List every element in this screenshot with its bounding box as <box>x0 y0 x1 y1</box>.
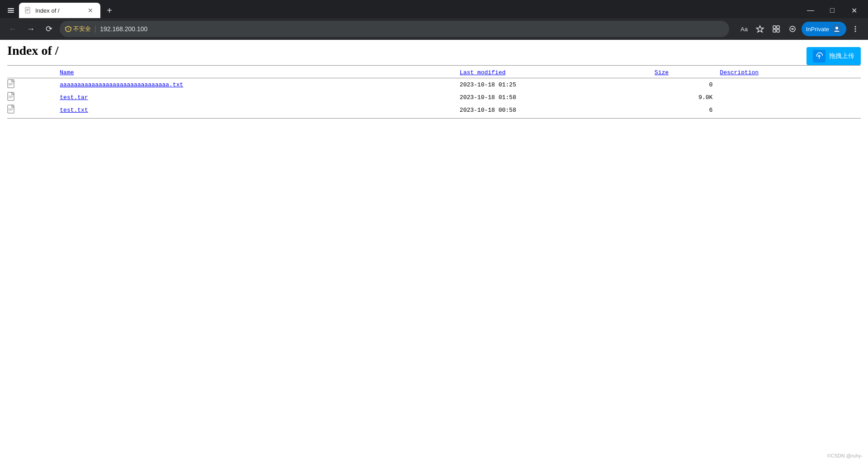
file-desc-cell <box>720 91 861 104</box>
table-row: test.tar2023-10-18 01:589.0K <box>7 91 861 104</box>
window-controls: — □ ✕ <box>800 3 864 18</box>
file-link[interactable]: aaaaaaaaaaaaaaaaaaaaaaaaaaaaaaa.txt <box>60 81 183 88</box>
page-content: Index of / 拖拽上传 Name Last modified Size <box>0 40 868 462</box>
file-size-cell: 6 <box>655 104 720 116</box>
file-desc-cell <box>720 104 861 116</box>
favorites-button[interactable] <box>753 22 767 36</box>
collections-button[interactable] <box>769 22 783 36</box>
tab-bar: Index of / ✕ + — □ ✕ <box>0 0 868 18</box>
sort-by-name-link[interactable]: Name <box>60 69 74 76</box>
svg-rect-0 <box>8 8 14 9</box>
file-icon-cell <box>7 78 60 91</box>
read-aloud-button[interactable]: Aa <box>736 22 751 36</box>
svg-point-18 <box>855 31 856 32</box>
file-name-cell: test.txt <box>60 104 460 116</box>
top-divider <box>7 65 861 66</box>
file-desc-cell <box>720 78 861 91</box>
inprivate-button[interactable]: InPrivate <box>802 22 846 36</box>
table-row: test.txt2023-10-18 00:586 <box>7 104 861 116</box>
svg-text:Aa: Aa <box>741 26 748 33</box>
browser-chrome: Index of / ✕ + — □ ✕ ← → ⟳ ! 不安全 | 192.1… <box>0 0 868 40</box>
file-date-cell: 2023-10-18 01:25 <box>460 78 655 91</box>
watermark: ©CSDN @ruhy- <box>827 453 863 458</box>
sort-by-desc-link[interactable]: Description <box>720 69 759 76</box>
file-date-cell: 2023-10-18 00:58 <box>460 104 655 116</box>
sort-by-size-link[interactable]: Size <box>655 69 669 76</box>
bottom-divider <box>7 118 861 119</box>
file-size-cell: 9.0K <box>655 91 720 104</box>
inprivate-label: InPrivate <box>806 26 829 33</box>
file-name-cell: test.tar <box>60 91 460 104</box>
file-table: Name Last modified Size Description aaa <box>7 67 861 116</box>
maximize-button[interactable]: □ <box>822 3 843 18</box>
profile-avatar <box>832 24 842 34</box>
svg-rect-11 <box>777 26 779 29</box>
col-name-header: Name <box>60 67 460 78</box>
svg-rect-1 <box>8 10 14 11</box>
svg-rect-2 <box>8 12 14 13</box>
address-bar: ← → ⟳ ! 不安全 | 192.168.200.100 Aa <box>0 18 868 40</box>
sort-by-date-link[interactable]: Last modified <box>460 69 505 76</box>
svg-rect-12 <box>773 29 776 32</box>
security-label: 不安全 <box>73 25 91 33</box>
svg-point-15 <box>835 27 838 29</box>
col-size-header: Size <box>655 67 720 78</box>
svg-rect-13 <box>777 29 779 32</box>
svg-rect-10 <box>773 26 776 29</box>
svg-text:!: ! <box>68 28 69 31</box>
page-title: Index of / <box>7 43 861 58</box>
forward-button[interactable]: → <box>24 22 38 36</box>
upload-icon <box>813 50 826 62</box>
file-icon-cell <box>7 91 60 104</box>
svg-point-17 <box>855 29 856 30</box>
toolbar-icons: Aa <box>736 22 863 36</box>
table-row: aaaaaaaaaaaaaaaaaaaaaaaaaaaaaaa.txt2023-… <box>7 78 861 91</box>
col-desc-header: Description <box>720 67 861 78</box>
col-date-header: Last modified <box>460 67 655 78</box>
file-date-cell: 2023-10-18 01:58 <box>460 91 655 104</box>
new-tab-button[interactable]: + <box>103 4 116 17</box>
address-input[interactable]: ! 不安全 | 192.168.200.100 <box>60 21 729 37</box>
table-header: Name Last modified Size Description <box>7 67 861 78</box>
file-link[interactable]: test.tar <box>60 94 88 101</box>
tab-close-button[interactable]: ✕ <box>86 6 95 15</box>
svg-point-16 <box>855 26 856 28</box>
refresh-button[interactable]: ⟳ <box>42 22 56 36</box>
tab-favicon <box>24 7 32 14</box>
col-icon-header <box>7 67 60 78</box>
url-text: 192.168.200.100 <box>100 25 724 33</box>
upload-button[interactable]: 拖拽上传 <box>807 47 861 65</box>
security-indicator: ! 不安全 <box>65 25 91 33</box>
back-button[interactable]: ← <box>5 22 20 36</box>
menu-button[interactable] <box>848 22 863 36</box>
address-divider: | <box>94 25 96 33</box>
minimize-button[interactable]: — <box>800 3 821 18</box>
file-size-cell: 0 <box>655 78 720 91</box>
file-icon-cell <box>7 104 60 116</box>
svg-marker-9 <box>756 26 764 32</box>
tab-title: Index of / <box>35 7 83 14</box>
close-button[interactable]: ✕ <box>844 3 864 18</box>
upload-label: 拖拽上传 <box>829 52 854 60</box>
active-tab[interactable]: Index of / ✕ <box>19 3 100 18</box>
sidebar-toggle-button[interactable] <box>4 3 18 18</box>
file-link[interactable]: test.txt <box>60 107 88 114</box>
copilot-button[interactable] <box>785 22 800 36</box>
file-name-cell: aaaaaaaaaaaaaaaaaaaaaaaaaaaaaaa.txt <box>60 78 460 91</box>
